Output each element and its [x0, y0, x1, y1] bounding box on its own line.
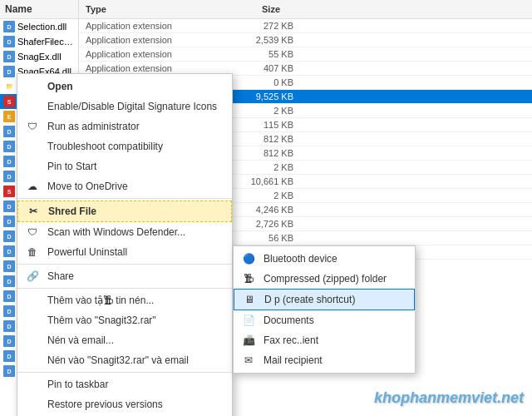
menu-icon: 🛡 [26, 225, 39, 239]
context-menu-item[interactable]: Open [17, 77, 232, 97]
detail-size: 812 KB [227, 148, 293, 158]
file-icon: D [3, 171, 15, 182]
context-menu-item[interactable]: Pin to Start [17, 156, 232, 176]
submenu-icon: 📄 [242, 314, 255, 327]
context-menu-item[interactable]: 🛡Run as administrator [17, 116, 232, 136]
detail-size: 4,246 KB [227, 205, 293, 215]
context-menu-item[interactable]: Thêm vào "Snagit32.rar" [17, 310, 232, 330]
submenu-icon: ✉ [242, 354, 255, 367]
menu-item-label: Scan with Windows Defender... [47, 226, 185, 238]
detail-size: 272 KB [227, 21, 293, 31]
detail-row[interactable]: Application extension 2,539 KB [79, 33, 532, 47]
menu-divider [17, 198, 232, 199]
file-icon: D [3, 141, 15, 152]
menu-item-label: Powerful Uninstall [47, 246, 127, 258]
file-icon: S [3, 96, 15, 107]
menu-icon [26, 140, 39, 153]
menu-icon [26, 294, 39, 307]
detail-size: 55 KB [227, 49, 293, 59]
file-item[interactable]: D ShaferFilecho... [0, 34, 78, 49]
context-menu-item[interactable]: ☁Move to OneDrive [17, 176, 232, 196]
detail-size: 2 KB [227, 191, 293, 201]
file-icon: S [3, 186, 15, 197]
details-header: Type Size [79, 0, 532, 19]
menu-item-label: Pin to taskbar [47, 379, 108, 390]
detail-size: 0 KB [227, 77, 293, 87]
detail-size: 56 KB [227, 233, 293, 243]
detail-size: 9,525 KB [227, 92, 293, 102]
menu-item-label: Restore previous versions [47, 399, 163, 410]
file-icon: D [3, 320, 15, 332]
file-icon: D [3, 365, 15, 377]
menu-icon [26, 354, 39, 367]
context-menu-item[interactable]: Nén và email... [17, 330, 232, 350]
submenu-item-label: Documents [264, 314, 314, 326]
menu-divider [17, 372, 232, 373]
detail-type: Application extension [86, 49, 227, 59]
context-menu-item[interactable]: 🔗Share [17, 266, 232, 286]
detail-size: 2,539 KB [227, 35, 293, 45]
file-icon: D [3, 350, 15, 362]
menu-divider [17, 264, 232, 265]
file-name: Selection.dll [17, 22, 66, 32]
detail-type: Application extension [86, 35, 227, 45]
context-menu-item[interactable]: Restore previous versions [17, 394, 232, 414]
menu-item-label: Pin to Start [47, 161, 96, 172]
context-menu-item[interactable]: Nén vào "Snagit32.rar" và email [17, 350, 232, 370]
menu-item-label: Thêm vào tậ🗜 tin nén... [47, 295, 154, 306]
submenu-item-label: Fax rec..ient [264, 334, 318, 346]
file-icon: D [3, 126, 15, 137]
menu-item-label: Shred File [48, 206, 96, 217]
submenu-item[interactable]: ✉Mail recipient [234, 350, 415, 370]
menu-item-label: Nén và email... [47, 334, 114, 346]
detail-row[interactable]: Application extension 272 KB [79, 19, 532, 33]
submenu-item[interactable]: 🗜Compressed (zipped) folder [234, 269, 415, 289]
file-item[interactable]: D Selection.dll [0, 19, 78, 34]
menu-icon [26, 378, 39, 391]
menu-item-label: Move to OneDrive [47, 181, 128, 192]
menu-icon [26, 334, 39, 347]
menu-icon: 🛡 [26, 120, 39, 133]
file-icon: D [3, 66, 15, 77]
menu-divider [17, 288, 232, 289]
file-icon: D [3, 215, 15, 227]
context-menu-item[interactable]: ✂Shred File [17, 201, 232, 222]
detail-size: 10,661 KB [227, 176, 293, 186]
file-icon: D [3, 230, 15, 242]
context-menu-item[interactable]: Enable/Disable Digital Signature Icons [17, 97, 232, 116]
context-menu: OpenEnable/Disable Digital Signature Ico… [17, 73, 233, 416]
file-item[interactable]: D SnagEx.dll [0, 49, 78, 64]
context-menu-item[interactable]: Thêm vào tậ🗜 tin nén... [17, 290, 232, 310]
detail-size: 407 KB [227, 63, 293, 73]
context-menu-item[interactable]: Troubleshoot compatibility [17, 136, 232, 156]
detail-size: 115 KB [227, 120, 293, 130]
context-menu-item[interactable]: Pin to taskbar [17, 374, 232, 394]
menu-icon: ☁ [26, 180, 39, 193]
submenu-icon: 📠 [242, 334, 255, 347]
submenu-item[interactable]: 🖥D p (create shortcut) [234, 289, 415, 310]
menu-item-label: Open [47, 81, 73, 92]
menu-icon [26, 100, 39, 113]
menu-icon [26, 314, 39, 327]
menu-item-label: Nén vào "Snagit32.rar" và email [47, 354, 189, 366]
submenu-item[interactable]: 📠Fax rec..ient [234, 330, 415, 350]
detail-row[interactable]: Application extension 55 KB [79, 47, 532, 62]
detail-size: 2 KB [227, 162, 293, 172]
file-name: ShaferFilecho... [17, 37, 75, 47]
submenu-item-label: Mail recipient [264, 354, 323, 366]
menu-icon: 🗑 [26, 245, 39, 259]
menu-icon [26, 160, 39, 173]
submenu-item[interactable]: 🔵Bluetooth device [234, 249, 415, 269]
file-icon: D [3, 305, 15, 317]
context-menu-item[interactable]: 🛡Scan with Windows Defender... [17, 222, 232, 242]
file-icon: D [3, 245, 15, 257]
file-list-header: Name [0, 0, 78, 19]
submenu-icon: 🗜 [242, 272, 255, 285]
col-header-size: Size [220, 2, 287, 16]
file-icon: E [3, 111, 15, 122]
explorer-background: Name D Selection.dll D ShaferFilecho... … [0, 0, 532, 416]
submenu-item[interactable]: 📄Documents [234, 310, 415, 330]
context-menu-item[interactable]: 🗑Powerful Uninstall [17, 242, 232, 262]
menu-item-label: Troubleshoot compatibility [47, 141, 163, 152]
detail-size: 2,726 KB [227, 219, 293, 229]
